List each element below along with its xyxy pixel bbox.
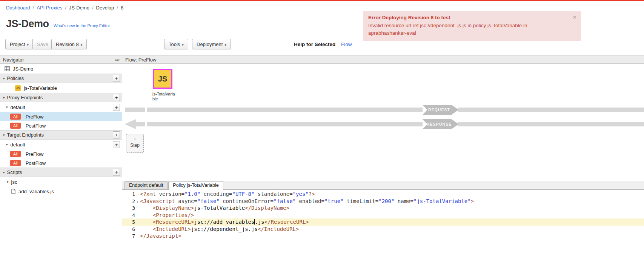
code-line[interactable]: 4 <Properties/> <box>122 212 644 219</box>
response-arrowhead-icon <box>124 119 136 129</box>
tools-button[interactable]: Tools▾ <box>164 39 188 49</box>
add-proxy-endpoint-button[interactable]: + <box>113 94 120 101</box>
code-line[interactable]: 5 <ResourceURL>jsc://add_variables.js</R… <box>122 218 644 226</box>
navigator-title: Navigator <box>3 57 24 63</box>
tab-policy-js-totalvariable[interactable]: Policy js-TotalVariable <box>168 181 223 190</box>
flow-canvas: JS js-TotalVariable REQUEST RESPONSE + S… <box>122 64 644 181</box>
navigator-item-label: js-TotalVariable <box>24 85 57 91</box>
response-flow-bar <box>135 122 145 126</box>
flow-header: Flow: PreFlow <box>122 55 644 64</box>
js-policy-node[interactable]: JS <box>153 69 172 89</box>
caret-down-icon: ▾ <box>81 43 83 47</box>
navigator-header: Navigator «« <box>0 55 122 64</box>
add-proxy-flow-button[interactable]: + <box>113 104 120 111</box>
project-button-label: Project <box>10 42 25 47</box>
section-target-endpoints[interactable]: ▾ Target Endpoints + <box>0 130 122 140</box>
navigator-item-proxy-preflow[interactable]: All PreFlow <box>0 112 122 121</box>
navigator-item-js-totalvariable[interactable]: JS js-TotalVariable <box>0 83 122 93</box>
revision-button-label: Revision 8 <box>56 42 79 47</box>
deployment-button[interactable]: Deployment▾ <box>192 39 231 49</box>
flow-link[interactable]: Flow <box>341 42 352 47</box>
navigator-item-label: PostFlow <box>26 123 46 129</box>
collapse-sidebar-icon[interactable]: «« <box>115 56 119 64</box>
tools-button-label: Tools <box>169 42 180 47</box>
js-policy-node-label: JS <box>158 75 167 83</box>
caret-down-icon: ▾ <box>27 43 29 47</box>
all-badge: All <box>10 151 21 157</box>
code-lines[interactable]: 1<?xml version="1.0" encoding="UTF-8" st… <box>122 190 644 263</box>
code-line[interactable]: 7</Javascript> <box>122 232 644 240</box>
section-scripts[interactable]: ▾ Scripts + <box>0 168 122 177</box>
proxy-icon <box>5 66 10 71</box>
code-line[interactable]: 1<?xml version="1.0" encoding="UTF-8" st… <box>122 191 644 198</box>
all-badge: All <box>10 114 21 120</box>
navigator-item-label: default <box>11 142 25 148</box>
revision-button[interactable]: Revision 8▾ <box>51 39 87 49</box>
navigator-item-jsc-folder[interactable]: ▾ jsc <box>0 177 122 187</box>
caret-down-icon: ▾ <box>182 43 184 47</box>
add-target-flow-button[interactable]: + <box>113 141 120 148</box>
navigator-item-add-variables-js[interactable]: add_variables.js <box>0 187 122 196</box>
add-step-button[interactable]: + Step <box>126 134 144 153</box>
all-badge: All <box>10 160 21 166</box>
main-area: Navigator «« JS-Demo ▾ Policies + JS js-… <box>0 55 644 263</box>
section-policies[interactable]: ▾ Policies + <box>0 74 122 83</box>
caret-down-icon: ▾ <box>3 171 5 174</box>
caret-down-icon: ▾ <box>3 77 5 80</box>
add-policy-button[interactable]: + <box>113 75 120 82</box>
section-label: Scripts <box>7 169 22 175</box>
section-label: Proxy Endpoints <box>7 95 43 100</box>
close-icon[interactable]: × <box>573 14 576 21</box>
navigator-item-proxy-postflow[interactable]: All PostFlow <box>0 121 122 130</box>
response-flow-bar <box>147 122 423 126</box>
navigator-item-target-preflow[interactable]: All PreFlow <box>0 149 122 158</box>
code-line[interactable]: 2▾<Javascript async="false" continueOnEr… <box>122 198 644 205</box>
code-line[interactable]: 6 <IncludeURL>jsc://dependent_js.js</Inc… <box>122 226 644 233</box>
navigator-item-target-postflow[interactable]: All PostFlow <box>0 158 122 168</box>
navigator-item-label: add_variables.js <box>18 189 54 194</box>
navigator-item-label: PreFlow <box>26 114 44 120</box>
breadcrumb-separator: / <box>92 5 94 11</box>
plus-icon: + <box>126 135 143 143</box>
flow-panel: Flow: PreFlow JS js-TotalVariable REQUES… <box>122 55 644 263</box>
file-icon <box>11 189 15 194</box>
request-arrow-label: REQUEST <box>423 105 459 115</box>
caret-down-icon: ▾ <box>6 143 8 146</box>
deployment-button-label: Deployment <box>197 42 223 47</box>
error-banner: Error Deploying Revision 8 to test Inval… <box>363 11 581 41</box>
code-line[interactable]: 3 <DisplayName>js-TotalVariable</Display… <box>122 205 644 212</box>
breadcrumb-dashboard[interactable]: Dashboard <box>6 5 30 11</box>
editor-tabs: Endpoint default Policy js-TotalVariable <box>122 181 644 190</box>
navigator-item-label: PreFlow <box>26 151 44 157</box>
navigator-item-js-demo[interactable]: JS-Demo <box>0 64 122 74</box>
project-button[interactable]: Project▾ <box>5 39 33 49</box>
whats-new-link[interactable]: What's new in the Proxy Editor <box>54 23 110 28</box>
error-banner-message-line: aprabhashankar-eval <box>368 29 570 37</box>
caret-down-icon: ▾ <box>3 133 5 137</box>
js-policy-icon: JS <box>15 85 21 91</box>
caret-down-icon: ▾ <box>7 180 9 184</box>
navigator-item-proxy-default[interactable]: ▾ default + <box>0 102 122 112</box>
top-accent-bar <box>0 0 644 1</box>
navigator-item-label: PostFlow <box>26 160 46 166</box>
navigator-item-target-default[interactable]: ▾ default + <box>0 140 122 149</box>
save-button[interactable]: Save <box>32 39 53 49</box>
navigator-item-label: JS-Demo <box>13 66 33 72</box>
error-banner-message-line: Invalid resource url ref jsc://dependent… <box>368 22 570 29</box>
caret-down-icon: ▾ <box>6 105 8 109</box>
page-title: JS-Demo <box>6 18 49 29</box>
proxy-editor-app: Dashboard/API Proxies/JS-Demo/Develop/8 … <box>0 0 644 263</box>
add-script-button[interactable]: + <box>113 169 120 176</box>
js-policy-node-name: js-TotalVariable <box>152 92 175 102</box>
section-label: Policies <box>7 75 24 81</box>
breadcrumb-separator: / <box>33 5 34 11</box>
breadcrumb-revision: 8 <box>121 5 123 11</box>
add-step-label: Step <box>126 143 143 148</box>
section-proxy-endpoints[interactable]: ▾ Proxy Endpoints + <box>0 93 122 102</box>
tab-endpoint-default[interactable]: Endpoint default <box>124 181 168 189</box>
breadcrumb-api-proxies[interactable]: API Proxies <box>37 5 62 11</box>
response-arrow-label: RESPONSE <box>423 119 459 129</box>
breadcrumb-separator: / <box>65 5 66 11</box>
breadcrumb-separator: / <box>117 5 118 11</box>
add-target-endpoint-button[interactable]: + <box>113 131 120 138</box>
